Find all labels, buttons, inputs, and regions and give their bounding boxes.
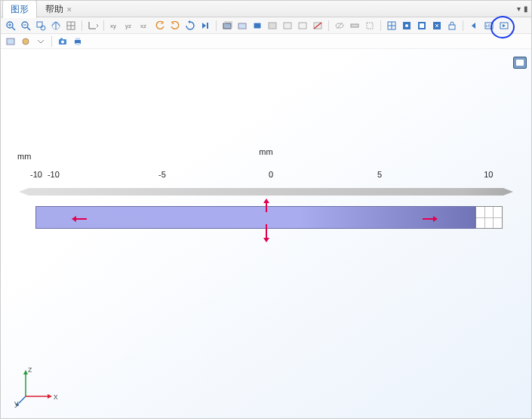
sel-dropdown-icon[interactable]	[34, 35, 48, 48]
svg-rect-18	[207, 23, 208, 29]
snapshot-icon[interactable]	[56, 35, 69, 48]
separator	[216, 20, 217, 31]
rotate-ccw-icon[interactable]	[153, 19, 167, 32]
x-tick-start-dup: -10	[30, 170, 42, 179]
svg-point-37	[405, 24, 408, 27]
tab-help[interactable]: 帮助✕	[37, 0, 81, 18]
render-1-icon[interactable]	[266, 19, 279, 32]
main-bar	[35, 206, 475, 229]
axis-triad: z y x	[14, 362, 60, 408]
geometry: 1 0.5 0	[19, 188, 513, 233]
svg-line-1	[12, 27, 15, 30]
svg-rect-25	[284, 23, 291, 29]
tab-help-label: 帮助	[45, 4, 63, 14]
x-tick: 5	[377, 170, 382, 179]
graphics-canvas[interactable]: mm mm -10 -10 -5 0 5 10	[1, 49, 531, 418]
arrow-up-icon	[262, 199, 271, 212]
svg-text:yz: yz	[125, 23, 131, 29]
svg-rect-32	[367, 23, 373, 29]
lock-axis-icon[interactable]	[430, 19, 444, 32]
svg-rect-56	[75, 43, 80, 45]
svg-rect-39	[420, 23, 424, 28]
arrow-down-icon	[262, 224, 271, 242]
svg-rect-55	[75, 38, 80, 40]
hide-icon[interactable]	[333, 19, 346, 32]
show-grid-icon[interactable]	[385, 19, 398, 32]
render-off-icon[interactable]	[311, 19, 324, 32]
axis-unit-top: mm	[259, 147, 272, 156]
svg-text:xy: xy	[110, 23, 116, 29]
x-tick: -10	[48, 170, 60, 179]
separator	[81, 20, 82, 31]
svg-rect-21	[238, 23, 246, 29]
triad-z-label: z	[28, 365, 32, 374]
plot-area: mm mm -10 -10 -5 0 5 10	[19, 170, 513, 233]
view-xy-icon[interactable]: xy	[108, 19, 121, 32]
tab-graphics-label: 图形	[11, 4, 29, 14]
results-panel-icon[interactable]	[513, 57, 527, 69]
zoom-box-icon[interactable]	[34, 19, 48, 32]
tab-bar: 图形 帮助✕ ▾ ▮	[1, 1, 531, 17]
separator	[103, 20, 104, 31]
arrow-left-icon	[72, 215, 87, 223]
close-icon[interactable]: ✕	[66, 6, 72, 14]
svg-point-50	[23, 39, 29, 45]
animation-icon[interactable]	[497, 19, 511, 32]
view-yz-icon[interactable]: yz	[123, 19, 137, 32]
print-icon[interactable]	[71, 35, 85, 48]
zoom-out-icon[interactable]	[19, 19, 32, 32]
select-icon[interactable]	[363, 19, 377, 32]
x-tick: 0	[269, 170, 273, 179]
prev-plot-icon[interactable]	[467, 19, 481, 32]
triad-y-label: y	[14, 399, 19, 408]
svg-point-52	[61, 40, 64, 43]
zoom-extents-icon[interactable]	[49, 19, 63, 32]
measure-icon[interactable]	[348, 19, 361, 32]
axes-dropdown-icon[interactable]	[86, 19, 100, 32]
view-xz-icon[interactable]: xz	[138, 19, 152, 32]
wireframe-icon[interactable]	[251, 19, 264, 32]
axis-unit-left: mm	[17, 152, 31, 161]
svg-rect-31	[351, 24, 358, 27]
reset-view-icon[interactable]	[183, 19, 197, 32]
x-axis: -10 -10 -5 0 5 10	[19, 170, 513, 183]
svg-line-5	[27, 27, 30, 30]
tab-menu-icon[interactable]: ▾	[517, 5, 521, 13]
lock-view-icon[interactable]	[445, 19, 459, 32]
tab-graphics[interactable]: 图形	[2, 0, 37, 18]
arrow-right-icon	[423, 215, 438, 223]
separator	[463, 20, 463, 31]
main-toolbar: xy yz xz	[1, 17, 531, 34]
zoom-in-icon[interactable]	[4, 19, 17, 32]
svg-rect-49	[7, 39, 14, 45]
clipping-icon[interactable]	[220, 19, 234, 32]
top-strip	[19, 188, 513, 196]
tab-pin-icon[interactable]: ▮	[524, 5, 528, 13]
rotate-cw-icon[interactable]	[168, 19, 182, 32]
svg-rect-43	[449, 25, 455, 29]
tabbar-right: ▾ ▮	[517, 5, 531, 13]
triad-x-label: x	[54, 392, 58, 401]
sel-domain-icon[interactable]	[4, 35, 17, 48]
scene-light-icon[interactable]	[400, 19, 414, 32]
plot-area-icon[interactable]	[415, 19, 429, 32]
svg-text:xz: xz	[140, 23, 146, 29]
svg-rect-53	[60, 38, 63, 39]
secondary-toolbar	[1, 34, 531, 49]
svg-rect-24	[269, 23, 276, 29]
svg-point-8	[41, 26, 45, 30]
render-2-icon[interactable]	[281, 19, 294, 32]
svg-rect-26	[299, 23, 306, 29]
separator	[51, 36, 52, 47]
plot-settings-icon[interactable]	[482, 19, 496, 32]
separator	[328, 20, 329, 31]
go-to-end-icon[interactable]	[198, 19, 212, 32]
app-window: 图形 帮助✕ ▾ ▮ xy yz xz	[0, 0, 532, 419]
separator	[380, 20, 381, 31]
svg-line-63	[19, 396, 26, 403]
sel-boundary-icon[interactable]	[19, 35, 32, 48]
render-3-icon[interactable]	[296, 19, 309, 32]
zoom-selected-icon[interactable]	[64, 19, 78, 32]
mesh-grid	[475, 206, 503, 229]
transparency-icon[interactable]	[235, 19, 249, 32]
